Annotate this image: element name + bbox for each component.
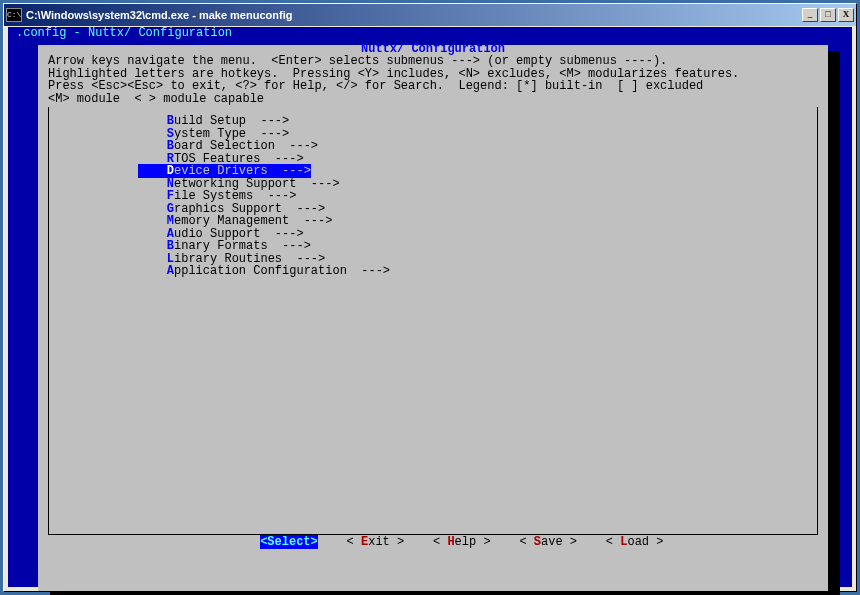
menu-list: Build Setup ---> System Type ---> Board … [138, 115, 390, 278]
menu-item-12[interactable]: Application Configuration ---> [138, 265, 390, 278]
save-button[interactable]: Save [534, 535, 563, 549]
minimize-button[interactable]: _ [802, 8, 818, 22]
console-area: .config - Nuttx/ Configuration Nuttx/ Co… [8, 27, 852, 587]
menuconfig-dialog: Nuttx/ Configuration Arrow keys navigate… [38, 45, 828, 591]
exit-button[interactable]: Exit [361, 535, 390, 549]
cmd-window: C:\ C:\Windows\system32\cmd.exe - make m… [3, 3, 857, 592]
button-row: <Select> < Exit > < Help > < Save > < Lo… [38, 524, 828, 562]
help-text: Arrow keys navigate the menu. <Enter> se… [48, 55, 739, 105]
select-button[interactable]: <Select> [260, 535, 318, 549]
maximize-button[interactable]: □ [820, 8, 836, 22]
titlebar-buttons: _ □ X [802, 8, 854, 22]
close-button[interactable]: X [838, 8, 854, 22]
help-button[interactable]: Help [447, 535, 476, 549]
titlebar: C:\ C:\Windows\system32\cmd.exe - make m… [4, 4, 856, 26]
titlebar-text: C:\Windows\system32\cmd.exe - make menuc… [26, 9, 802, 21]
load-button[interactable]: Load [620, 535, 649, 549]
status-line: .config - Nuttx/ Configuration [16, 27, 232, 40]
cmd-icon: C:\ [6, 8, 22, 22]
